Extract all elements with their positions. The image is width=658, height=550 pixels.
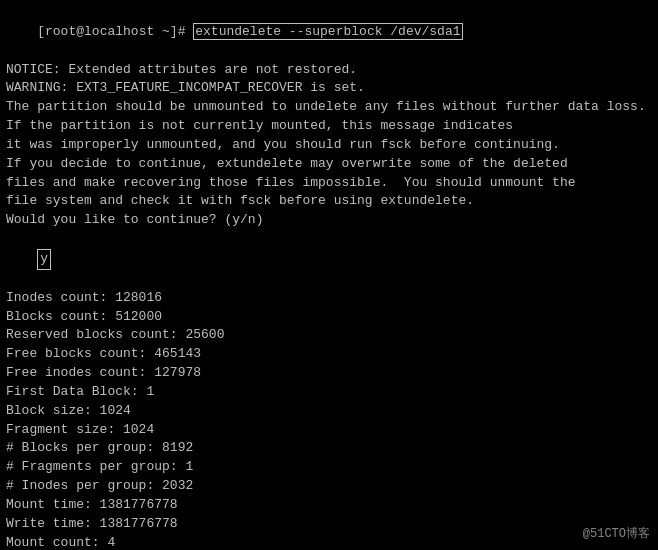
output-line-5: If you decide to continue, extundelete m…: [6, 155, 652, 174]
output-line-4: it was improperly unmounted, and you sho…: [6, 136, 652, 155]
output-line-2: The partition should be unmounted to und…: [6, 98, 652, 117]
output-line-7: file system and check it with fsck befor…: [6, 192, 652, 211]
terminal-window: [root@localhost ~]# extundelete --superb…: [0, 0, 658, 550]
output-line-22: Mount count: 4: [6, 534, 652, 550]
output-line-18: # Fragments per group: 1: [6, 458, 652, 477]
output-line-16: Fragment size: 1024: [6, 421, 652, 440]
output-line-10: Blocks count: 512000: [6, 308, 652, 327]
y-response: y: [37, 249, 51, 270]
watermark: @51CTO博客: [583, 525, 650, 542]
command-line: [root@localhost ~]# extundelete --superb…: [6, 4, 652, 61]
output-line-11: Reserved blocks count: 25600: [6, 326, 652, 345]
output-line-14: First Data Block: 1: [6, 383, 652, 402]
output-line-8: Would you like to continue? (y/n): [6, 211, 652, 230]
output-line-1: WARNING: EXT3_FEATURE_INCOMPAT_RECOVER i…: [6, 79, 652, 98]
output-line-21: Write time: 1381776778: [6, 515, 652, 534]
output-line-3: If the partition is not currently mounte…: [6, 117, 652, 136]
output-line-12: Free blocks count: 465143: [6, 345, 652, 364]
output-line-9: Inodes count: 128016: [6, 289, 652, 308]
output-line-17: # Blocks per group: 8192: [6, 439, 652, 458]
output-line-6: files and make recovering those files im…: [6, 174, 652, 193]
output-line-15: Block size: 1024: [6, 402, 652, 421]
output-line-0: NOTICE: Extended attributes are not rest…: [6, 61, 652, 80]
y-input-line: y: [6, 230, 652, 289]
prompt: [root@localhost ~]#: [37, 24, 193, 39]
output-line-19: # Inodes per group: 2032: [6, 477, 652, 496]
command-text: extundelete --superblock /dev/sda1: [193, 23, 462, 40]
output-line-13: Free inodes count: 127978: [6, 364, 652, 383]
output-line-20: Mount time: 1381776778: [6, 496, 652, 515]
